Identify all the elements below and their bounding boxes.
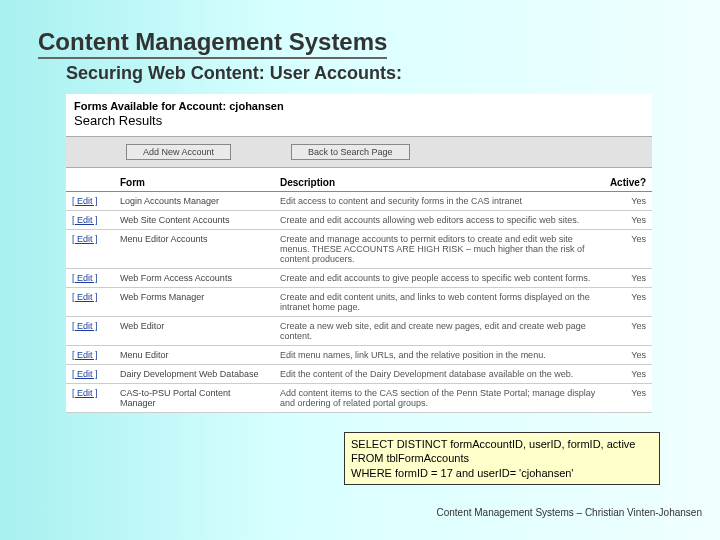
form-desc: Create and manage accounts to permit edi… xyxy=(274,230,604,269)
form-desc: Edit the content of the Dairy Developmen… xyxy=(274,365,604,384)
form-name: Web Site Content Accounts xyxy=(114,211,274,230)
results-table: Form Description Active? [ Edit ] Login … xyxy=(66,174,652,413)
sql-tooltip: SELECT DISTINCT formAccountID, userID, f… xyxy=(344,432,660,485)
table-row: [ Edit ] Web Site Content Accounts Creat… xyxy=(66,211,652,230)
form-name: Web Form Access Accounts xyxy=(114,269,274,288)
form-desc: Create and edit content units, and links… xyxy=(274,288,604,317)
form-desc: Create a new web site, edit and create n… xyxy=(274,317,604,346)
table-row: [ Edit ] Menu Editor Edit menu names, li… xyxy=(66,346,652,365)
table-row: [ Edit ] Web Editor Create a new web sit… xyxy=(66,317,652,346)
form-active: Yes xyxy=(604,192,652,211)
table-row: [ Edit ] Web Form Access Accounts Create… xyxy=(66,269,652,288)
edit-link[interactable]: [ Edit ] xyxy=(66,269,114,288)
table-row: [ Edit ] Dairy Development Web Database … xyxy=(66,365,652,384)
edit-link[interactable]: [ Edit ] xyxy=(66,346,114,365)
panel-heading: Forms Available for Account: cjohansen xyxy=(74,100,644,112)
sql-line: SELECT DISTINCT formAccountID, userID, f… xyxy=(351,437,653,451)
back-to-search-button[interactable]: Back to Search Page xyxy=(291,144,410,160)
page-subtitle: Securing Web Content: User Accounts: xyxy=(66,63,682,84)
form-desc: Create and edit accounts allowing web ed… xyxy=(274,211,604,230)
edit-link[interactable]: [ Edit ] xyxy=(66,288,114,317)
edit-link[interactable]: [ Edit ] xyxy=(66,211,114,230)
sql-line: FROM tblFormAccounts xyxy=(351,451,653,465)
col-form: Form xyxy=(114,174,274,192)
edit-link[interactable]: [ Edit ] xyxy=(66,230,114,269)
sql-line: WHERE formID = 17 and userID= 'cjohansen… xyxy=(351,466,653,480)
table-row: [ Edit ] Login Accounts Manager Edit acc… xyxy=(66,192,652,211)
edit-link[interactable]: [ Edit ] xyxy=(66,192,114,211)
form-active: Yes xyxy=(604,288,652,317)
form-name: CAS-to-PSU Portal Content Manager xyxy=(114,384,274,413)
form-active: Yes xyxy=(604,269,652,288)
table-row: [ Edit ] Menu Editor Accounts Create and… xyxy=(66,230,652,269)
slide-footer: Content Management Systems – Christian V… xyxy=(436,507,702,518)
form-name: Menu Editor xyxy=(114,346,274,365)
form-name: Login Accounts Manager xyxy=(114,192,274,211)
edit-link[interactable]: [ Edit ] xyxy=(66,317,114,346)
table-row: [ Edit ] Web Forms Manager Create and ed… xyxy=(66,288,652,317)
col-description: Description xyxy=(274,174,604,192)
form-desc: Edit menu names, link URLs, and the rela… xyxy=(274,346,604,365)
results-panel: Forms Available for Account: cjohansen S… xyxy=(66,94,652,413)
form-desc: Create and edit accounts to give people … xyxy=(274,269,604,288)
page-title: Content Management Systems xyxy=(38,28,387,59)
form-desc: Add content items to the CAS section of … xyxy=(274,384,604,413)
panel-subheading: Search Results xyxy=(74,113,644,128)
button-bar: Add New Account Back to Search Page xyxy=(66,136,652,168)
col-edit xyxy=(66,174,114,192)
edit-link[interactable]: [ Edit ] xyxy=(66,384,114,413)
form-desc: Edit access to content and security form… xyxy=(274,192,604,211)
edit-link[interactable]: [ Edit ] xyxy=(66,365,114,384)
form-active: Yes xyxy=(604,317,652,346)
form-name: Web Editor xyxy=(114,317,274,346)
col-active: Active? xyxy=(604,174,652,192)
form-name: Menu Editor Accounts xyxy=(114,230,274,269)
form-active: Yes xyxy=(604,230,652,269)
table-row: [ Edit ] CAS-to-PSU Portal Content Manag… xyxy=(66,384,652,413)
form-active: Yes xyxy=(604,365,652,384)
form-active: Yes xyxy=(604,384,652,413)
form-name: Dairy Development Web Database xyxy=(114,365,274,384)
form-active: Yes xyxy=(604,211,652,230)
add-new-account-button[interactable]: Add New Account xyxy=(126,144,231,160)
form-name: Web Forms Manager xyxy=(114,288,274,317)
form-active: Yes xyxy=(604,346,652,365)
